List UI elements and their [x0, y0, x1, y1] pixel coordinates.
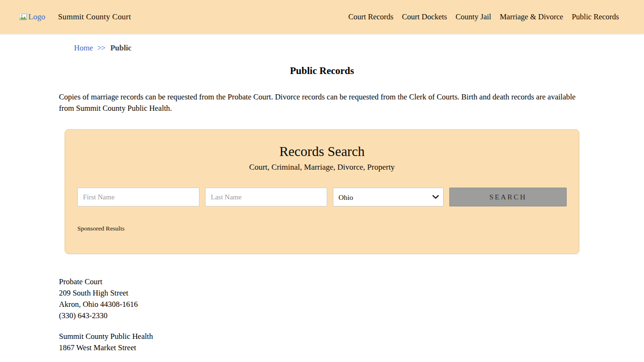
contact-public-health: Summit County Public Health 1867 West Ma…: [59, 331, 585, 354]
search-form-row: Ohio SEARCH: [77, 188, 567, 206]
nav-public-records[interactable]: Public Records: [572, 12, 619, 22]
breadcrumb: Home >> Public: [74, 34, 585, 53]
logo-link[interactable]: Logo: [19, 12, 45, 22]
first-name-input[interactable]: [77, 188, 199, 206]
state-select[interactable]: Ohio: [333, 188, 444, 206]
broken-image-icon: [19, 13, 27, 21]
state-select-wrapper: Ohio: [333, 188, 444, 206]
breadcrumb-home-link[interactable]: Home: [74, 43, 93, 53]
contact-line: Probate Court: [59, 276, 585, 288]
contact-line: Akron, Ohio 44308-1616: [59, 299, 585, 310]
records-search-subtitle: Court, Criminal, Marriage, Divorce, Prop…: [77, 163, 567, 172]
nav-county-jail[interactable]: County Jail: [455, 12, 491, 22]
contact-line: (330) 643-2330: [59, 310, 585, 321]
breadcrumb-separator: >>: [97, 43, 105, 53]
last-name-input[interactable]: [205, 188, 327, 206]
nav-marriage-divorce[interactable]: Marriage & Divorce: [500, 12, 563, 22]
nav-court-records[interactable]: Court Records: [348, 12, 394, 22]
contact-info: Probate Court 209 South High Street Akro…: [59, 276, 585, 354]
records-search-panel: Records Search Court, Criminal, Marriage…: [65, 129, 579, 254]
search-button[interactable]: SEARCH: [449, 188, 567, 206]
sponsored-results-label: Sponsored Results: [77, 225, 567, 232]
contact-line: 209 South High Street: [59, 288, 585, 299]
breadcrumb-current: Public: [110, 43, 132, 53]
records-search-title: Records Search: [77, 144, 567, 159]
page-title: Public Records: [59, 65, 585, 77]
logo-alt-text: Logo: [28, 12, 45, 22]
site-title: Summit County Court: [58, 12, 131, 22]
header: Logo Summit County Court Court Records C…: [0, 0, 644, 34]
contact-line: 1867 West Market Street: [59, 342, 585, 354]
nav-court-dockets[interactable]: Court Dockets: [402, 12, 447, 22]
intro-paragraph: Copies of marriage records can be reques…: [59, 91, 585, 114]
main-nav: Court Records Court Dockets County Jail …: [348, 12, 619, 22]
contact-probate-court: Probate Court 209 South High Street Akro…: [59, 276, 585, 321]
contact-line: Summit County Public Health: [59, 331, 585, 342]
content-container: Home >> Public Public Records Copies of …: [59, 34, 585, 354]
